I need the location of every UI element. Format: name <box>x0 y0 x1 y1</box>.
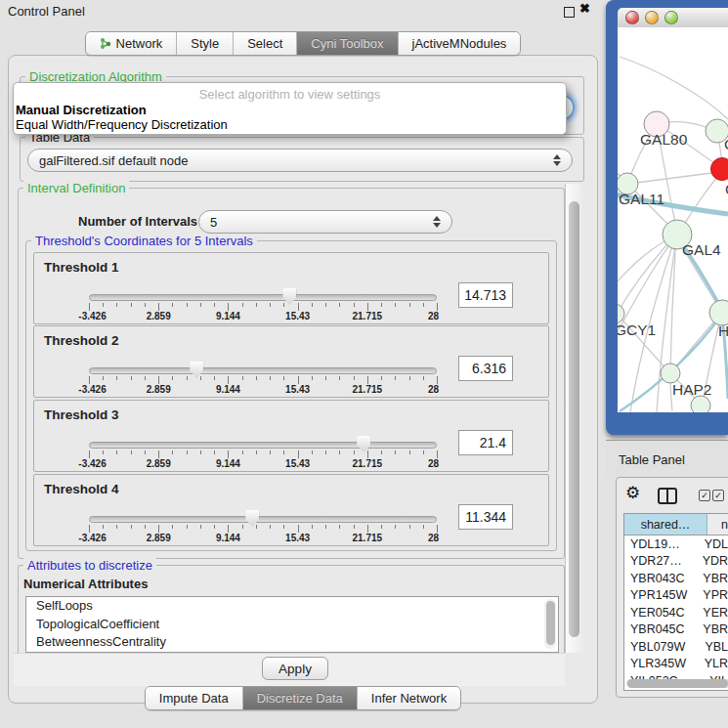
network-edge[interactable] <box>628 172 719 184</box>
network-node-hap2[interactable] <box>661 364 680 383</box>
tab-network[interactable]: Network <box>86 32 177 55</box>
tab-discretize-data[interactable]: Discretize Data <box>242 687 357 709</box>
cell[interactable]: YLR345W <box>624 657 702 670</box>
table-row[interactable]: YDL19…YDL1 <box>624 535 728 553</box>
threshold-value-field[interactable]: 11.344 <box>458 504 513 530</box>
network-canvas[interactable]: GAL80GACGAL11GAL4GCY1HHAP2 <box>618 27 728 412</box>
table-row[interactable]: YER054CYER0 <box>624 604 728 621</box>
select-columns-icons[interactable]: ✓ ✓ <box>699 490 724 501</box>
table-scrollbar-thumb[interactable] <box>627 679 728 688</box>
stepper-arrows-icon[interactable] <box>553 154 561 166</box>
list-item[interactable]: BetweennessCentrality <box>26 633 558 652</box>
slider-track[interactable] <box>89 294 437 301</box>
threshold-value-field[interactable]: 6.316 <box>458 356 513 381</box>
threshold-slider[interactable]: -3.426 2.859 9.144 15.43 21.715 28 <box>89 508 437 543</box>
network-window-titlebar[interactable] <box>618 8 728 27</box>
tick-label: 2.859 <box>147 458 171 469</box>
table-row[interactable]: YPR145WYPR1 <box>624 587 728 605</box>
threshold-value-field[interactable]: 21.4 <box>458 430 513 455</box>
cell[interactable]: YBL079W <box>624 640 702 654</box>
cell[interactable]: YDR2 <box>700 554 728 568</box>
stepper-arrows-icon[interactable] <box>433 216 441 228</box>
tick-mark <box>283 376 284 380</box>
cell[interactable]: YBR0 <box>700 622 728 636</box>
cell[interactable]: YBR045C <box>624 622 700 636</box>
cell[interactable]: YBR0 <box>700 572 728 585</box>
tab-label: Infer Network <box>371 691 447 706</box>
table-row[interactable]: YBR045CYBR0 <box>624 621 728 639</box>
column-header-shared-name[interactable]: shared… <box>624 514 707 535</box>
tab-cyni-toolbox[interactable]: Cyni Toolbox <box>296 32 397 55</box>
checkbox-icon[interactable]: ✓ <box>712 490 724 501</box>
zoom-traffic-light-icon[interactable] <box>664 11 678 24</box>
tab-infer-network[interactable]: Infer Network <box>357 687 460 709</box>
cell[interactable]: YDL1 <box>702 537 728 551</box>
network-node[interactable] <box>691 396 710 412</box>
network-edge[interactable] <box>620 57 728 119</box>
cell[interactable]: YBL0 <box>702 640 728 654</box>
threshold-value-field[interactable]: 14.713 <box>458 282 513 308</box>
checkbox-icon[interactable]: ✓ <box>699 490 710 501</box>
tick-mark <box>145 376 146 380</box>
cell[interactable]: YPR1 <box>700 588 728 602</box>
float-panel-icon[interactable] <box>564 7 575 18</box>
panel-scrollbar-thumb[interactable] <box>569 201 579 637</box>
slider-track[interactable] <box>89 367 437 374</box>
algorithm-option-manual[interactable]: Manual Discretization <box>16 103 147 117</box>
cell[interactable]: YDL19… <box>624 537 702 551</box>
network-node-c[interactable] <box>711 158 728 181</box>
tick-mark <box>172 303 173 307</box>
column-header-name[interactable]: n <box>707 514 728 535</box>
split-columns-icon[interactable] <box>658 488 677 504</box>
numerical-attributes-list[interactable]: SelfLoops TopologicalCoefficient Between… <box>25 596 559 653</box>
list-item[interactable]: TopologicalCoefficient <box>26 616 558 634</box>
screenshot-root: Control Panel ✖ Network Style Select Cyn… <box>0 0 728 728</box>
table-row[interactable]: YBL079WYBL0 <box>624 638 728 656</box>
table-row[interactable]: YBR043CYBR0 <box>624 570 728 587</box>
cell[interactable]: YBR043C <box>624 572 700 585</box>
number-of-intervals-combobox[interactable]: 5 <box>198 210 452 234</box>
cell[interactable]: YER0 <box>700 606 728 620</box>
tick-mark <box>270 450 271 454</box>
cell[interactable]: YPR145W <box>624 588 700 602</box>
cell[interactable]: YER054C <box>624 606 700 620</box>
tab-label: Cyni Toolbox <box>311 36 383 51</box>
cell[interactable]: YLR3 <box>702 657 728 670</box>
network-edge[interactable] <box>619 236 675 311</box>
minimize-traffic-light-icon[interactable] <box>645 11 659 24</box>
network-node-label: GAL80 <box>640 131 688 148</box>
tab-jactivemnodules[interactable]: jActiveMNodules <box>398 32 521 55</box>
tick-mark <box>354 525 355 529</box>
close-panel-icon[interactable]: ✖ <box>579 1 590 16</box>
tick-mark <box>131 525 132 529</box>
thresholds-group-title: Threshold's Coordinates for 5 Intervals <box>31 234 257 248</box>
tab-style[interactable]: Style <box>176 32 233 55</box>
algorithm-dropdown-popup: Select algorithm to view settings Manual… <box>13 82 567 135</box>
tick-mark <box>437 376 438 384</box>
cell[interactable]: YDR27… <box>624 554 700 568</box>
slider-tick-labels: -3.426 2.859 9.144 15.43 21.715 28 <box>89 533 437 544</box>
table-row[interactable]: YLR345WYLR3 <box>624 656 728 673</box>
algorithm-option-equal-width[interactable]: Equal Width/Frequency Discretization <box>16 117 228 132</box>
tick-mark <box>367 525 368 533</box>
close-traffic-light-icon[interactable] <box>625 11 639 24</box>
panel-scrollbar[interactable] <box>565 184 582 653</box>
apply-button[interactable]: Apply <box>262 657 328 680</box>
tab-impute-data[interactable]: Impute Data <box>146 687 242 709</box>
list-item[interactable]: SelfLoops <box>26 597 558 616</box>
tab-select[interactable]: Select <box>233 32 296 55</box>
threshold-slider[interactable]: -3.426 2.859 9.144 15.43 21.715 28 <box>89 360 437 395</box>
table-horizontal-scrollbar[interactable] <box>626 679 728 688</box>
threshold-slider[interactable]: -3.426 2.859 9.144 15.43 21.715 28 <box>89 434 437 469</box>
algorithm-option-prompt[interactable]: Select algorithm to view settings <box>14 87 566 102</box>
slider-track[interactable] <box>89 442 437 449</box>
slider-track[interactable] <box>89 516 437 523</box>
list-scrollbar[interactable] <box>544 599 556 649</box>
gear-icon[interactable]: ⚙ <box>625 485 640 501</box>
list-scrollbar-thumb[interactable] <box>546 601 555 645</box>
table-data-combobox[interactable]: galFiltered.sif default node <box>27 149 573 172</box>
threshold-slider[interactable]: -3.426 2.859 9.144 15.43 21.715 28 <box>89 286 437 321</box>
table-row[interactable]: YDR27…YDR2 <box>624 553 728 571</box>
tick-label: -3.426 <box>78 533 106 543</box>
node-table[interactable]: shared… n YDL19…YDL1 YDR27…YDR2 YBR043CY… <box>623 513 728 691</box>
